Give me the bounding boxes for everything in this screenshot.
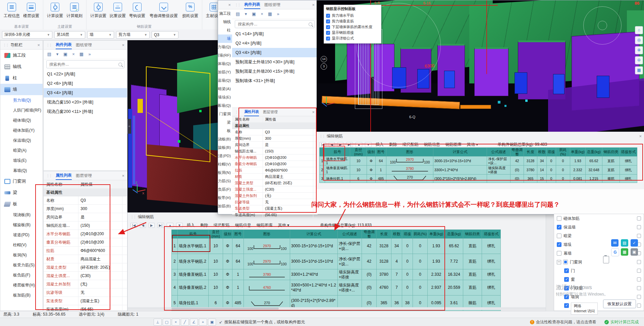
tab-property-list[interactable]: 属性列表 — [244, 108, 259, 116]
zoom-out-icon[interactable]: ⊖ — [635, 56, 643, 64]
sidebar-item-楼层板带(H)[interactable]: 楼层板带(H) — [0, 280, 43, 290]
display-row-窗[interactable]: 窗 — [554, 275, 644, 284]
ribbon-button-楼层设置[interactable]: 楼层设置 — [21, 1, 41, 19]
table-row[interactable]: 3墙身垂直钢筋.110Φ137803300+1.2*40*d墙实际高度+搭接(0… — [172, 269, 501, 280]
sidebar-item-板[interactable]: 板 — [0, 198, 43, 210]
display-option-显示详细公式[interactable]: 显示详细公式 — [326, 36, 379, 41]
table-nav-button[interactable]: |◀ — [319, 142, 326, 147]
selector-dropdown-深圳6-3单元楼[interactable]: 深圳6-3单元楼▼ — [2, 31, 52, 39]
tab-component-list[interactable]: 构件列表 — [244, 0, 260, 9]
copy-tool-icon[interactable]: ▣ — [208, 319, 216, 326]
g-icon[interactable]: G — [611, 248, 619, 256]
rebar-toolbar-button-其他[interactable]: 其他 ▾ — [466, 141, 479, 148]
rebar-toolbar-button-缩尺配筋[interactable]: 缩尺配筋 — [401, 141, 420, 148]
property-row-混凝土外加剂[interactable]: 混凝土外加剂(无) — [44, 280, 127, 288]
list-item[interactable]: Q1 <22> [内墙] — [44, 69, 127, 79]
property-row-混凝土强度...[interactable]: 混凝土强度...(C30) — [232, 186, 317, 193]
close-icon[interactable]: × — [122, 43, 124, 48]
property-row-垂直分布钢筋[interactable]: 垂直分布钢筋(2)Φ10@200 — [232, 161, 317, 167]
sidebar-item-幕墙(Q)[interactable]: 幕墙(Q) — [0, 166, 43, 176]
display-option-剪力墙水平筋[interactable]: 剪力墙水平筋 — [326, 13, 379, 18]
close-tool-icon[interactable]: × — [172, 319, 180, 326]
checkbox-墙垛[interactable] — [557, 242, 561, 247]
checkbox-name-门[interactable] — [637, 269, 641, 273]
selector-dropdown-第16层[interactable]: 第16层▼ — [54, 31, 85, 39]
checkbox-暗梁[interactable] — [557, 234, 561, 238]
rebar-toolbar-button-其他[interactable]: 其他 ▾ — [277, 222, 290, 229]
ribbon-button-工程信息[interactable]: 工程信息 — [2, 1, 21, 19]
close-icon[interactable]: × — [312, 2, 315, 7]
caret-icon[interactable]: ▾ — [54, 51, 60, 57]
ribbon-button-计算规则[interactable]: 计算规则 — [65, 1, 84, 19]
row-down-button[interactable]: ▼ — [365, 142, 372, 147]
list-item[interactable]: 预制墙体 <31> [外墙] — [232, 76, 317, 85]
sidebar-item-梁[interactable]: 梁 — [0, 187, 43, 198]
orbit-icon[interactable]: ◎ — [635, 36, 643, 44]
list-item[interactable]: Q3 <4> [内墙] — [232, 48, 317, 57]
sidebar-item-板加筋(B)[interactable]: 板加筋(B) — [0, 290, 43, 300]
tab-component-list[interactable]: 构件列表 — [56, 41, 72, 49]
property-row-轴线距左墙...[interactable]: 轴线距左墙...(150) — [232, 148, 317, 154]
sidebar-item-板负筋(F)[interactable]: 板负筋(F) — [0, 270, 43, 280]
more-icon[interactable]: » — [275, 11, 281, 17]
property-row-厚度(mm)[interactable]: 厚度(mm)300 — [44, 205, 127, 213]
collapse-icon[interactable] — [557, 260, 561, 264]
sidebar-item-螺旋板(B)[interactable]: 螺旋板(B) — [218, 143, 232, 152]
sidebar-item-板受力筋(S)[interactable]: 板受力筋(S) — [0, 260, 43, 270]
list-item[interactable]: 预制混凝土外墙150 <30> [内墙] — [232, 57, 317, 67]
sidebar-item-轴线[interactable]: 轴线 — [218, 18, 232, 26]
angle-tool-icon[interactable]: ∠ — [190, 319, 198, 326]
rebar-toolbar-button-插入[interactable]: 插入 — [374, 141, 385, 148]
checkbox-门窗洞[interactable] — [563, 260, 568, 264]
sidebar-item-柱帽(V)[interactable]: 柱帽(V) — [218, 160, 232, 169]
more-icon[interactable]: » — [87, 51, 93, 57]
close-icon[interactable]: × — [122, 173, 124, 178]
table-nav-button[interactable]: ▶| — [157, 223, 164, 228]
checkbox-name-门联窗[interactable] — [637, 286, 641, 290]
property-row-泵送类型[interactable]: 泵送类型(混凝土泵) — [232, 205, 317, 212]
sidebar-item-砌体加筋(Y)[interactable]: 砌体加筋(Y) — [218, 68, 232, 76]
checkbox-带形窗[interactable] — [564, 303, 569, 308]
sidebar-item-施工段[interactable]: 施工段 — [0, 50, 43, 61]
sidebar-item-坡道(PD)[interactable]: 坡道(PD) — [218, 152, 232, 160]
checkbox-name-墙洞[interactable] — [637, 295, 641, 299]
sidebar-item-剪力墙(Q)[interactable]: 剪力墙(Q) — [0, 95, 43, 105]
drag-handle-icon[interactable]: ⋮⋮ — [130, 215, 136, 219]
drag-handle-icon[interactable]: ⋮⋮ — [235, 110, 240, 114]
sidebar-item-现浇板(B)[interactable]: 现浇板(B) — [218, 135, 232, 143]
property-row-拉筋[interactable]: 拉筋Φ6@600*600 — [44, 247, 127, 255]
layers-icon[interactable]: ▦ — [78, 51, 85, 57]
legality-check-message[interactable]: 合法性检查存在问题，请点击查看 — [536, 319, 596, 325]
drag-handle-icon[interactable]: ⋮⋮ — [46, 174, 52, 178]
sidebar-item-砌体加筋(Y)[interactable]: 砌体加筋(Y) — [0, 125, 43, 135]
checkbox-name-窗[interactable] — [637, 277, 641, 281]
checkbox-剪力墙水平筋[interactable] — [326, 14, 330, 18]
drag-handle-icon[interactable]: ⋮⋮ — [235, 3, 240, 7]
table-nav-button[interactable]: ▶ — [149, 223, 155, 228]
checkbox-幕墙[interactable] — [557, 251, 561, 256]
table-nav-button[interactable]: ◀ — [329, 142, 335, 147]
layers-icon[interactable]: ▦ — [635, 66, 643, 74]
list-item[interactable]: Q2 <6> [内墙] — [44, 79, 127, 88]
table-nav-button[interactable]: ▶ — [337, 142, 343, 147]
restore-defaults-button[interactable]: 恢复默认设置 — [603, 300, 636, 308]
property-row-名称[interactable]: 名称Q3 — [232, 129, 317, 135]
property-row-拉筋[interactable]: 拉筋Φ6@600*600 — [232, 167, 317, 174]
checkbox-name-暗梁[interactable] — [637, 234, 641, 238]
sidebar-item-墙垛(E)[interactable]: 墙垛(E) — [0, 155, 43, 166]
property-row-名称[interactable]: 名称Q3 — [44, 196, 127, 205]
sidebar-item-暗梁(A)[interactable]: 暗梁(A) — [218, 85, 232, 93]
tab-drawing-management[interactable]: 图纸管理 — [264, 1, 280, 9]
sidebar-item-柱[interactable]: 柱 — [0, 72, 43, 84]
check-icon[interactable]: ✓ — [631, 239, 638, 247]
search-box[interactable] — [46, 60, 124, 68]
checkbox-窗[interactable] — [564, 277, 569, 282]
apps-icon[interactable]: ▣ — [631, 248, 638, 256]
property-row-房间边界[interactable]: 房间边界是 — [232, 142, 317, 148]
property-row-垂直分布钢筋[interactable]: 垂直分布钢筋(2)Φ10@200 — [44, 238, 127, 247]
clipboard-icon[interactable] — [603, 256, 609, 263]
sidebar-item-墙[interactable]: 墙 — [0, 84, 43, 95]
table-row[interactable]: 1墙身水平钢筋.110Φ6410010029703000-15+10*d-15+… — [320, 156, 637, 166]
rebar-toolbar-button-删除[interactable]: 删除 — [199, 222, 210, 229]
sidebar-item-墙垛(E)[interactable]: 墙垛(E) — [218, 93, 232, 102]
